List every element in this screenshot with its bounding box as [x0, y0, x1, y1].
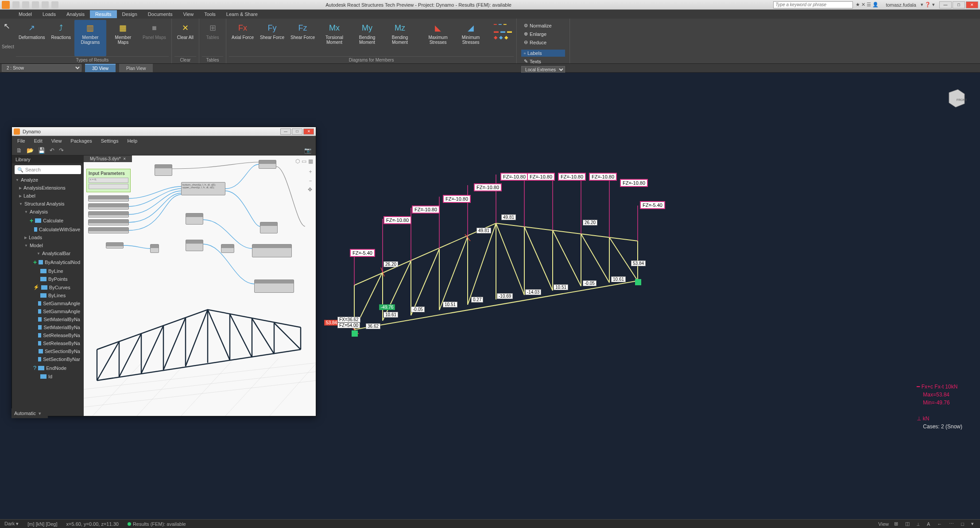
reactions-button[interactable]: ⤴Reactions — [48, 20, 73, 56]
qat-open-icon[interactable] — [22, 1, 29, 8]
dynamo-minimize-button[interactable]: — — [280, 128, 291, 135]
minimize-button[interactable]: — — [939, 1, 952, 8]
qat-redo-icon[interactable] — [51, 1, 58, 8]
select-tool[interactable]: ↖ Select — [0, 19, 13, 63]
qat-new-icon[interactable] — [12, 1, 19, 8]
tree-node[interactable]: SetMaterialByNa — [12, 315, 84, 323]
tree-node[interactable]: SetGammaAngle — [12, 299, 84, 307]
sb-grid-icon[interactable]: ⊞ — [892, 521, 900, 527]
dynamo-undo-icon[interactable]: ↶ — [50, 147, 54, 154]
tree-node[interactable]: ByPoints — [12, 275, 84, 283]
tree-node[interactable]: SetReleaseByNa — [12, 339, 84, 347]
texts-toggle[interactable]: ✎Texts — [521, 58, 565, 65]
sb-iso-icon[interactable]: ◫ — [903, 521, 911, 527]
sb-arrow-icon[interactable]: ← — [935, 521, 944, 527]
maximize-button[interactable]: □ — [953, 1, 965, 8]
sb-more-icon[interactable]: ⋯ — [947, 521, 956, 527]
tab-documents[interactable]: Documents — [143, 10, 178, 18]
dynamo-run-mode[interactable]: Automatic ▾ — [12, 408, 48, 418]
dynamo-menu-view[interactable]: View — [51, 138, 62, 144]
bending-mz-button[interactable]: MzBending Moment — [384, 20, 416, 56]
zoom-out-icon[interactable]: － — [308, 177, 313, 185]
tab-design[interactable]: Design — [117, 10, 143, 18]
member-maps-button[interactable]: ▦Member Maps — [107, 20, 139, 56]
tab-view[interactable]: View — [178, 10, 199, 18]
tab-tools[interactable]: Tools — [199, 10, 221, 18]
sb-label-icon[interactable]: A — [925, 521, 932, 527]
tree-node[interactable]: ⚡ByCurves — [12, 283, 84, 291]
nav-graph-icon[interactable]: ⬡ — [295, 158, 300, 164]
axial-force-button[interactable]: FxAxial Force — [229, 20, 256, 56]
nav-3d-icon[interactable]: ▭ — [302, 158, 306, 164]
dynamo-canvas[interactable]: MyTruss-3.dyn* × Input Parameters n = 6; — [84, 155, 316, 416]
dynamo-search-input[interactable]: 🔍 Search — [15, 165, 81, 174]
tree-node[interactable]: ▼Analysis — [12, 208, 84, 216]
qat-save-icon[interactable] — [32, 1, 39, 8]
tree-node[interactable]: ▼Structural Analysis — [12, 200, 84, 208]
shear-fz-button[interactable]: FzShear Force — [288, 20, 318, 56]
dynamo-maximize-button[interactable]: □ — [292, 128, 302, 135]
dynamo-close-button[interactable]: ✕ — [303, 128, 314, 135]
tree-node[interactable]: Id — [12, 373, 84, 380]
tree-node[interactable]: ?EndNode — [12, 363, 84, 373]
tree-node[interactable]: ByLines — [12, 291, 84, 299]
tree-node[interactable]: ▶AnalysisExtensions — [12, 184, 84, 192]
dynamo-new-icon[interactable]: 🗎 — [16, 147, 22, 154]
labels-toggle[interactable]: ▫Labels — [521, 50, 565, 57]
tree-node[interactable]: SetMaterialByNa — [12, 323, 84, 331]
torsional-mx-button[interactable]: MxTorsional Moment — [318, 20, 350, 56]
tree-node[interactable]: SetSectionByNa — [12, 347, 84, 355]
member-diagrams-button[interactable]: ▥Member Diagrams — [74, 20, 106, 56]
pan-icon[interactable]: ✥ — [308, 186, 313, 193]
dynamo-save-icon[interactable]: 💾 — [38, 147, 45, 154]
enlarge-button[interactable]: ⊕Enlarge — [521, 30, 565, 38]
tab-analysis[interactable]: Analysis — [61, 10, 90, 18]
tree-node[interactable]: ▼Analyze — [12, 176, 84, 184]
tree-node[interactable]: ▶Loads — [12, 233, 84, 241]
tab-learn[interactable]: Learn & Share — [221, 10, 263, 18]
nav-fit-icon[interactable]: ▦ — [308, 158, 313, 164]
dynamo-menu-help[interactable]: Help — [127, 138, 137, 144]
dynamo-redo-icon[interactable]: ↷ — [59, 147, 64, 154]
tree-node[interactable]: ▼AnalyticalBar — [12, 249, 84, 257]
tree-node[interactable]: SetGammaAngle — [12, 307, 84, 315]
dynamo-snapshot-icon[interactable]: 📷 — [304, 147, 311, 154]
zoom-in-icon[interactable]: ＋ — [308, 168, 313, 175]
tree-node[interactable]: +ByAnalyticalNod — [12, 257, 84, 267]
tree-node[interactable]: CalculateWithSave — [12, 225, 84, 233]
sb-settings-icon[interactable]: ▾ — [969, 521, 976, 527]
shear-fy-button[interactable]: FyShear Force — [257, 20, 287, 56]
view-cube[interactable]: FRONT — [945, 86, 967, 108]
tree-node[interactable]: +Calculate — [12, 216, 84, 225]
tree-node[interactable]: ByLine — [12, 267, 84, 275]
sb-axes-icon[interactable]: ⟂ — [915, 521, 922, 527]
min-stresses-button[interactable]: ◢Minimum Stresses — [455, 20, 487, 56]
dynamo-menu-settings[interactable]: Settings — [101, 138, 119, 144]
close-button[interactable]: ✕ — [966, 1, 978, 8]
load-case-dropdown[interactable]: 2 : Snow — [2, 64, 81, 72]
qat-undo-icon[interactable] — [42, 1, 49, 8]
theme-dropdown[interactable]: Dark ▾ — [4, 521, 19, 527]
dynamo-menu-file[interactable]: File — [17, 138, 25, 144]
user-label[interactable]: tomasz.fudala — [886, 2, 916, 8]
help-search-input[interactable] — [773, 1, 853, 8]
clear-all-button[interactable]: ✕Clear All — [174, 20, 196, 56]
tree-node[interactable]: ▼Model — [12, 241, 84, 249]
tab-results[interactable]: Results — [90, 10, 117, 18]
tree-node[interactable]: SetSectionByNar — [12, 355, 84, 363]
tab-model[interactable]: Model — [13, 10, 37, 18]
tree-node[interactable]: ▶Label — [12, 192, 84, 200]
sb-cube-icon[interactable]: □ — [959, 521, 966, 527]
dynamo-library-tree[interactable]: ▼Analyze▶AnalysisExtensions▶Label▼Struct… — [12, 176, 84, 416]
dynamo-menu-packages[interactable]: Packages — [70, 138, 92, 144]
dynamo-titlebar[interactable]: Dynamo — □ ✕ — [12, 127, 316, 136]
tree-node[interactable]: SetReleaseByNa — [12, 331, 84, 339]
input-params-group[interactable]: Input Parameters n = 6; — [86, 169, 131, 192]
deformations-button[interactable]: ↗Deformations — [16, 20, 47, 56]
normalize-button[interactable]: ⊜Normalize — [521, 22, 565, 29]
tab-loads[interactable]: Loads — [37, 10, 61, 18]
bending-my-button[interactable]: MyBending Moment — [351, 20, 383, 56]
max-stresses-button[interactable]: ◣Maximum Stresses — [422, 20, 454, 56]
dynamo-3d-preview[interactable] — [84, 292, 316, 416]
dynamo-menu-edit[interactable]: Edit — [34, 138, 43, 144]
